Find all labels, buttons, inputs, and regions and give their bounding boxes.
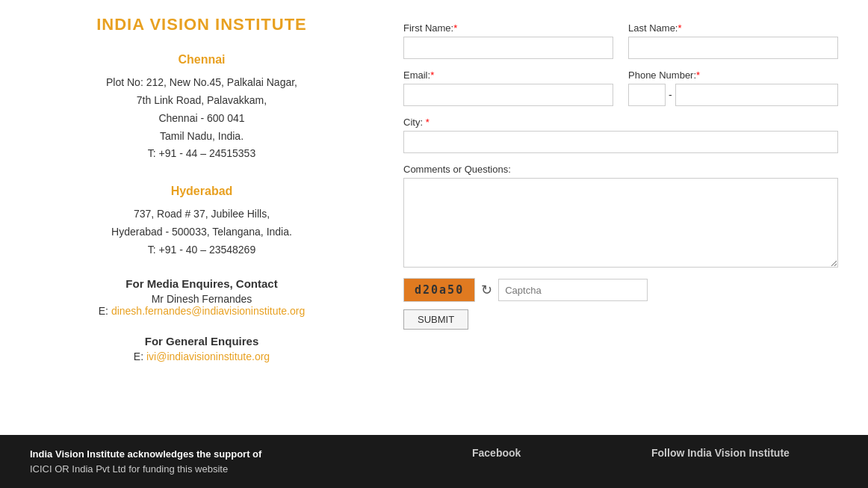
media-heading: For Media Enquires, Contact [30,277,373,290]
hyderabad-block: Hyderabad 737, Road # 37, Jubilee Hills,… [30,181,373,259]
general-heading: For General Enquires [30,335,373,348]
follow-label: Follow India Vision Institute [651,447,838,459]
hyderabad-line2: Hyderabad - 500033, Telangana, India. [30,223,373,241]
general-email-label: E: [134,350,143,362]
left-column: INDIA VISION INSTITUTE Chennai Plot No: … [30,15,403,420]
captcha-refresh-icon[interactable]: ↻ [481,282,492,298]
media-email-link[interactable]: dinesh.fernandes@indiavisioninstitute.or… [111,305,305,317]
general-section: For General Enquires E: ivi@indiavisioni… [30,335,373,362]
email-input[interactable] [403,84,613,106]
email-phone-row: Email:* Phone Number:* - [403,70,838,106]
general-email-row: E: ivi@indiavisioninstitute.org [30,350,373,362]
media-email-label: E: [99,305,108,317]
phone-separator: - [669,89,672,101]
chennai-line4: Tamil Nadu, India. [30,128,373,146]
hyderabad-city: Hyderabad [30,181,373,201]
comments-label: Comments or Questions: [403,164,838,175]
institute-title: INDIA VISION INSTITUTE [30,15,373,34]
submit-button[interactable]: SUBMIT [403,309,468,330]
media-email-row: E: dinesh.fernandes@indiavisioninstitute… [30,305,373,317]
comments-row: Comments or Questions: [403,164,838,268]
media-contact-name: Mr Dinesh Fernandes [30,293,373,305]
media-section: For Media Enquires, Contact Mr Dinesh Fe… [30,277,373,317]
first-name-label: First Name:* [403,22,613,34]
city-label: City: * [403,117,838,128]
last-name-input[interactable] [628,37,838,59]
footer-left: India Vision Institute acknowledges the … [30,447,442,476]
submit-row: SUBMIT [403,309,838,330]
footer-left-bold: India Vision Institute acknowledges the … [30,448,261,460]
first-name-input[interactable] [403,37,613,59]
chennai-phone: T: +91 - 44 – 24515353 [30,145,373,163]
footer-right: Follow India Vision Institute [651,447,838,476]
contact-form: First Name:* Last Name:* Email:* [403,15,838,420]
name-row: First Name:* Last Name:* [403,22,838,59]
captcha-image: d20a50 [403,278,475,302]
phone-group: Phone Number:* - [628,70,838,106]
city-row: City: * [403,117,838,153]
hyderabad-line1: 737, Road # 37, Jubilee Hills, [30,206,373,223]
chennai-line1: Plot No: 212, New No.45, Palkalai Nagar, [30,74,373,92]
chennai-block: Chennai Plot No: 212, New No.45, Palkala… [30,49,373,163]
email-group: Email:* [403,70,613,106]
first-name-group: First Name:* [403,22,613,59]
city-group: City: * [403,117,838,153]
email-label: Email:* [403,70,613,81]
footer-left-text: ICICI OR India Pvt Ltd for funding this … [30,463,228,475]
comments-textarea[interactable] [403,178,838,268]
chennai-line3: Chennai - 600 041 [30,110,373,128]
chennai-city: Chennai [30,49,373,70]
facebook-label: Facebook [472,447,621,459]
last-name-group: Last Name:* [628,22,838,59]
captcha-input[interactable] [498,279,648,301]
phone-prefix-input[interactable] [628,84,666,106]
phone-row: - [628,84,838,106]
last-name-label: Last Name:* [628,22,838,34]
phone-main-input[interactable] [675,84,838,106]
comments-group: Comments or Questions: [403,164,838,268]
footer-middle: Facebook [472,447,621,476]
chennai-line2: 7th Link Road, Palavakkam, [30,92,373,110]
hyderabad-phone: T: +91 - 40 – 23548269 [30,241,373,259]
footer: India Vision Institute acknowledges the … [0,435,868,488]
phone-label: Phone Number:* [628,70,838,81]
captcha-row: d20a50 ↻ [403,278,838,302]
general-email-link[interactable]: ivi@indiavisioninstitute.org [146,350,270,362]
city-input[interactable] [403,131,838,153]
